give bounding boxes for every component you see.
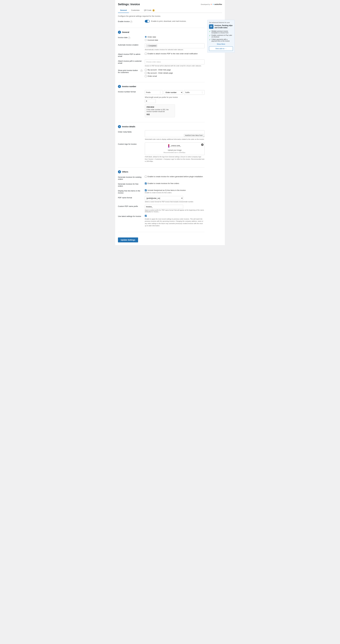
view-addon-button[interactable]: View add-on → bbox=[209, 46, 233, 51]
upload-text: Upload your image bbox=[146, 149, 203, 151]
pdf-name-format-label: PDF name format bbox=[118, 196, 142, 199]
invoice-date-help-icon[interactable]: ? bbox=[128, 37, 130, 39]
enable-label: Enable Invoice ? bbox=[118, 20, 142, 23]
prefix-dots-icon[interactable]: ⋮ bbox=[159, 91, 161, 94]
logo-close-icon[interactable]: ✕ bbox=[201, 144, 204, 146]
invoice-date-content: Order date Invoiced date bbox=[145, 36, 204, 41]
show-print-label: Show print invoice button for customers … bbox=[118, 69, 142, 74]
custom-pdf-prefix-label: Custom PDF name prefix bbox=[118, 205, 142, 207]
show-more-link[interactable]: Show More bbox=[209, 43, 233, 45]
generate-existing-input[interactable] bbox=[145, 176, 147, 178]
tab-customize[interactable]: Customize bbox=[129, 8, 142, 13]
latest-settings-checkbox[interactable] bbox=[145, 215, 204, 217]
invoice-format-content: Prefix ⋮ Order number Suffix ⋮ bbox=[145, 90, 204, 117]
attach-admin-input[interactable] bbox=[145, 53, 147, 55]
display-free-checkbox[interactable]: Include free(priced as 0) line items in … bbox=[145, 189, 204, 191]
logo-area: ✕ COMPANY NAME YOUR TAGLINE GOES HERE bbox=[145, 142, 204, 155]
add-meta-button[interactable]: Add/Edit Order Meta Field bbox=[184, 134, 204, 137]
invoice-date-invoiced-input[interactable] bbox=[145, 39, 147, 41]
invoice-number-section: 2 Invoice number Invoice number format P… bbox=[118, 85, 204, 122]
enable-help-icon[interactable]: ? bbox=[130, 21, 132, 23]
length-label: What length would you prefer for your in… bbox=[145, 96, 204, 98]
attach-customer-select[interactable]: Choose order status bbox=[145, 60, 204, 64]
enable-toggle[interactable] bbox=[145, 20, 150, 22]
automate-label: Automate invoice creation bbox=[118, 43, 142, 46]
pdf-name-format-content: [prefix][order_no] Select a name format … bbox=[145, 196, 204, 202]
display-free-input[interactable] bbox=[145, 189, 147, 191]
invoice-number-title: 2 Invoice number bbox=[118, 85, 204, 88]
show-print-order-email[interactable]: Order email bbox=[145, 75, 204, 77]
suffix-box[interactable]: Suffix ⋮ bbox=[184, 90, 204, 95]
settings-area: Enable Invoice ? Enable to print, downlo… bbox=[118, 20, 204, 242]
generate-free-label: Generate invoices for free orders bbox=[118, 182, 142, 187]
display-free-hint: Enable to create invoices for free order… bbox=[145, 192, 204, 194]
generate-existing-checkbox[interactable]: Enable to create invoice for orders gene… bbox=[145, 176, 204, 178]
attach-customer-row: Attach invoice pdf in customer email Cho… bbox=[118, 60, 204, 66]
invoice-details-section: 3 Invoice details Order meta fields Add/… bbox=[118, 125, 204, 168]
pdf-name-format-row: PDF name format [prefix][order_no] Selec… bbox=[118, 196, 204, 202]
recommended-text: Recommended size is 150x50px. bbox=[146, 152, 203, 153]
invoice-date-order-radio[interactable]: Order date bbox=[145, 36, 204, 38]
custom-pdf-prefix-input[interactable] bbox=[145, 205, 183, 209]
company-name-text: COMPANY NAME bbox=[170, 145, 181, 146]
preview-label: PREVIEW bbox=[146, 106, 173, 108]
invoice-details-title: 3 Invoice details bbox=[118, 125, 204, 128]
promo-plugin-icon bbox=[209, 24, 214, 29]
attach-customer-label: Attach invoice pdf in customer email bbox=[118, 60, 142, 64]
automate-tag-input[interactable]: × Completed bbox=[145, 43, 204, 48]
promo-check-3: ✓ bbox=[209, 38, 211, 41]
custom-pdf-prefix-hint: Input a custom prefix for 'PDF name form… bbox=[145, 209, 204, 212]
latest-settings-hint: Enable to apply the most recent settings… bbox=[145, 218, 204, 227]
suffix-dots-icon[interactable]: ⋮ bbox=[201, 91, 203, 94]
meta-hint: Select/add order meta to display additio… bbox=[145, 138, 204, 140]
length-input[interactable] bbox=[145, 99, 156, 103]
promo-plugin-text: Invoices, Packing slips and Credit notes bbox=[214, 24, 233, 29]
show-print-order-email-input[interactable] bbox=[145, 75, 147, 77]
show-print-account-list-input[interactable] bbox=[145, 69, 147, 71]
tab-qrcode[interactable]: QR Code 1 bbox=[142, 8, 157, 13]
attach-admin-checkbox[interactable]: Enable to attach invoice PDF to the new … bbox=[145, 52, 204, 55]
promo-title: Get advanced features for your bbox=[209, 22, 233, 23]
tag-remove[interactable]: × bbox=[147, 45, 148, 46]
pdf-name-format-select[interactable]: [prefix][order_no] bbox=[145, 196, 183, 200]
show-print-help-icon[interactable]: ? bbox=[140, 70, 142, 72]
show-print-account-list[interactable]: My account - Order lists page bbox=[145, 69, 204, 71]
pdf-name-hint: Select a name format for PDF invoice tha… bbox=[145, 201, 204, 202]
preview-box: PREVIEW If the order number is 932, the … bbox=[145, 104, 175, 117]
generate-existing-row: Generate invoices for existing orders En… bbox=[118, 176, 204, 180]
promo-features: ✓ Multiple premium invoice templates to … bbox=[209, 30, 233, 42]
company-sub-text: YOUR TAGLINE GOES HERE bbox=[170, 146, 181, 147]
promo-check-2: ✓ bbox=[209, 34, 211, 36]
company-logo: COMPANY NAME YOUR TAGLINE GOES HERE bbox=[146, 144, 203, 148]
invoice-date-invoiced-radio[interactable]: Invoiced date bbox=[145, 39, 204, 41]
invoice-date-order-input[interactable] bbox=[145, 36, 147, 38]
order-number-select[interactable]: Order number bbox=[164, 90, 183, 94]
generate-free-input[interactable] bbox=[145, 182, 147, 184]
format-row: Prefix ⋮ Order number Suffix ⋮ bbox=[145, 90, 204, 95]
meta-area: Add/Edit Order Meta Field bbox=[145, 130, 204, 138]
preview-text: If the order number is 932, the invoice … bbox=[146, 109, 173, 112]
others-label: Others bbox=[122, 171, 128, 173]
prefix-box[interactable]: Prefix ⋮ bbox=[145, 90, 162, 95]
update-settings-button[interactable]: Update Settings bbox=[118, 238, 138, 242]
enable-field-row: Enable Invoice ? Enable to print, downlo… bbox=[118, 20, 204, 23]
invoice-date-row: Invoice date ? Order date Invoiced date bbox=[118, 36, 204, 41]
show-print-account-detail[interactable]: My account - Order details page bbox=[145, 72, 204, 74]
automate-content: × Completed Automatically creates invoic… bbox=[145, 43, 204, 50]
show-print-account-detail-input[interactable] bbox=[145, 72, 147, 74]
tabs: General Customize QR Code 1 bbox=[118, 8, 222, 13]
page-title: Settings: Invoice bbox=[118, 3, 140, 6]
custom-logo-label: Custom logo for invoice bbox=[118, 142, 142, 145]
tab-badge: 1 bbox=[152, 9, 155, 12]
invoice-number-section-number: 2 bbox=[118, 85, 121, 88]
others-section: 4 Others Generate invoices for existing … bbox=[118, 170, 204, 232]
developed-by: Developed by ★ ★ webtoffee bbox=[201, 4, 222, 5]
custom-pdf-prefix-content: Input a custom prefix for 'PDF name form… bbox=[145, 205, 204, 212]
display-free-label: Display free line items in the invoice bbox=[118, 189, 142, 194]
svg-rect-2 bbox=[210, 27, 212, 27]
tab-general[interactable]: General bbox=[118, 8, 129, 13]
attach-admin-row: Attach invoice PDF to admin email Enable… bbox=[118, 52, 204, 57]
latest-settings-input[interactable] bbox=[145, 215, 147, 217]
custom-logo-content: ✕ COMPANY NAME YOUR TAGLINE GOES HERE bbox=[145, 142, 204, 162]
generate-free-checkbox[interactable]: Enable to create invoices for free order… bbox=[145, 182, 204, 184]
